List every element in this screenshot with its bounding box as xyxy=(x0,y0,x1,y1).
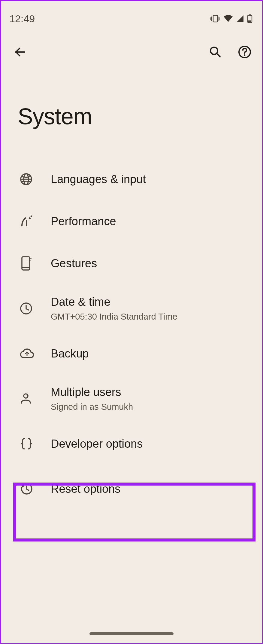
settings-item-subtitle: GMT+05:30 India Standard Time xyxy=(51,311,250,323)
settings-item-title: Date & time xyxy=(51,295,250,309)
svg-rect-0 xyxy=(213,15,217,22)
back-button[interactable] xyxy=(13,45,27,59)
help-icon xyxy=(238,45,252,59)
settings-item-title: Multiple users xyxy=(51,385,250,400)
svg-point-20 xyxy=(24,394,28,398)
settings-item-performance[interactable]: Performance xyxy=(1,200,262,242)
gestures-icon xyxy=(20,256,32,271)
performance-icon xyxy=(20,214,33,228)
svg-point-11 xyxy=(244,54,246,56)
globe-icon xyxy=(20,173,33,186)
app-bar xyxy=(1,28,262,64)
help-button[interactable] xyxy=(237,45,252,59)
person-icon xyxy=(20,392,32,405)
status-time: 12:49 xyxy=(9,13,35,25)
settings-item-gestures[interactable]: Gestures xyxy=(1,242,262,284)
settings-item-languages[interactable]: Languages & input xyxy=(1,158,262,200)
settings-list: Languages & input Performance Gest xyxy=(1,158,262,513)
braces-icon xyxy=(20,437,33,450)
settings-item-reset[interactable]: Reset options xyxy=(1,465,262,513)
svg-rect-7 xyxy=(248,20,251,22)
settings-item-developer[interactable]: Developer options xyxy=(1,423,262,465)
search-icon xyxy=(209,45,222,59)
status-bar: 12:49 xyxy=(1,1,262,28)
clock-icon xyxy=(20,302,33,315)
nav-pill[interactable] xyxy=(89,632,174,635)
settings-item-title: Gestures xyxy=(51,256,250,271)
arrow-back-icon xyxy=(14,45,27,59)
battery-icon xyxy=(247,14,252,23)
settings-item-title: Performance xyxy=(51,214,250,229)
cloud-upload-icon xyxy=(20,348,35,359)
svg-point-18 xyxy=(30,258,32,259)
cell-signal-icon xyxy=(236,15,244,23)
settings-item-title: Languages & input xyxy=(51,172,250,187)
settings-item-datetime[interactable]: Date & time GMT+05:30 India Standard Tim… xyxy=(1,284,262,333)
svg-line-9 xyxy=(217,54,220,57)
reset-icon xyxy=(20,482,33,496)
svg-point-15 xyxy=(31,216,32,217)
settings-item-title: Backup xyxy=(51,347,250,361)
page-title: System xyxy=(1,64,262,129)
settings-item-title: Reset options xyxy=(51,482,250,496)
settings-item-backup[interactable]: Backup xyxy=(1,333,262,375)
vibrate-icon xyxy=(210,15,220,23)
settings-item-users[interactable]: Multiple users Signed in as Sumukh xyxy=(1,375,262,423)
search-button[interactable] xyxy=(208,45,222,59)
wifi-icon xyxy=(223,15,233,23)
settings-item-title: Developer options xyxy=(51,437,250,451)
status-icons xyxy=(210,14,252,23)
settings-item-subtitle: Signed in as Sumukh xyxy=(51,401,250,413)
